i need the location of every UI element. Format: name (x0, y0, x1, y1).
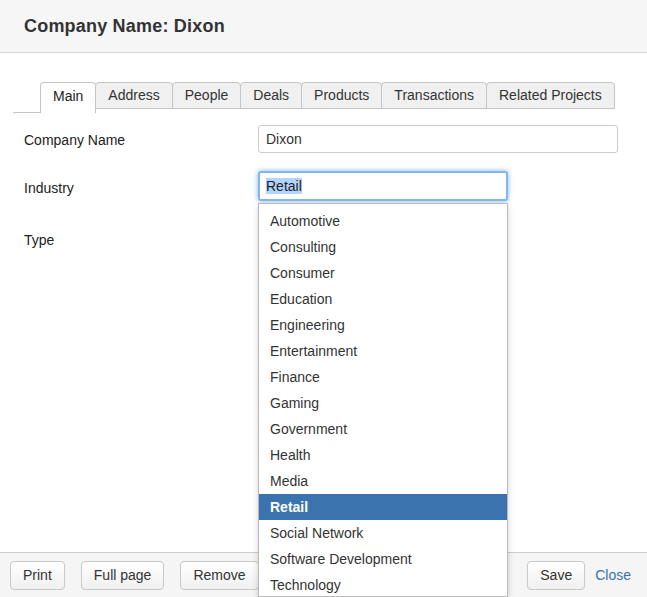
dropdown-option-software-development[interactable]: Software Development (259, 546, 507, 572)
dialog-header: Company Name: Dixon (0, 0, 647, 53)
company-name-label: Company Name (24, 132, 125, 148)
dropdown-option-education[interactable]: Education (259, 286, 507, 312)
type-label: Type (24, 232, 54, 248)
industry-input[interactable]: Retail (258, 171, 508, 201)
dropdown-option-technology[interactable]: Technology (259, 572, 507, 597)
tab-people[interactable]: People (172, 82, 242, 109)
company-dialog: Company Name: Dixon Main Address People … (0, 0, 647, 597)
dropdown-option-media[interactable]: Media (259, 468, 507, 494)
close-link[interactable]: Close (595, 567, 631, 583)
company-name-input[interactable] (258, 125, 618, 153)
dropdown-option-finance[interactable]: Finance (259, 364, 507, 390)
print-button[interactable]: Print (10, 561, 65, 590)
page-title: Company Name: Dixon (24, 16, 225, 37)
dropdown-option-gaming[interactable]: Gaming (259, 390, 507, 416)
tab-products[interactable]: Products (301, 82, 382, 109)
tab-transactions[interactable]: Transactions (381, 82, 487, 109)
dropdown-option-health[interactable]: Health (259, 442, 507, 468)
remove-button[interactable]: Remove (180, 561, 258, 590)
tab-main[interactable]: Main (40, 82, 96, 113)
tab-address[interactable]: Address (95, 82, 172, 109)
dropdown-option-consumer[interactable]: Consumer (259, 260, 507, 286)
industry-label: Industry (24, 180, 74, 196)
tab-bar: Main Address People Deals Products Trans… (40, 82, 614, 113)
dropdown-option-government[interactable]: Government (259, 416, 507, 442)
industry-dropdown: Automotive Consulting Consumer Education… (258, 203, 508, 597)
save-button[interactable]: Save (527, 561, 585, 590)
dropdown-option-automotive[interactable]: Automotive (259, 208, 507, 234)
footer-right-actions: Save Close (527, 561, 631, 590)
tab-related-projects[interactable]: Related Projects (486, 82, 615, 109)
dropdown-option-entertainment[interactable]: Entertainment (259, 338, 507, 364)
dropdown-option-retail[interactable]: Retail (259, 494, 507, 520)
full-page-button[interactable]: Full page (81, 561, 165, 590)
dropdown-option-consulting[interactable]: Consulting (259, 234, 507, 260)
dropdown-option-social-network[interactable]: Social Network (259, 520, 507, 546)
dropdown-option-engineering[interactable]: Engineering (259, 312, 507, 338)
industry-selected-text: Retail (266, 178, 302, 194)
footer-left-actions: Print Full page Remove (10, 561, 259, 590)
tab-deals[interactable]: Deals (240, 82, 302, 109)
